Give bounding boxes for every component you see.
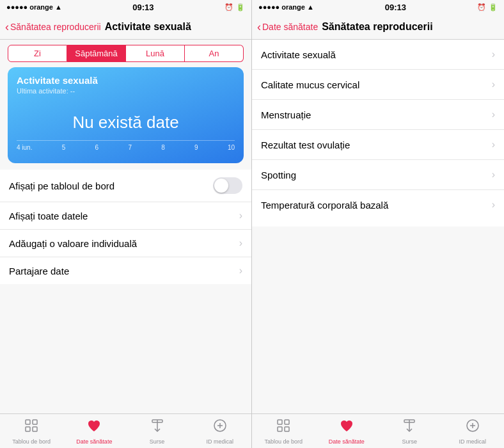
alarm-icon-right: ⏰: [477, 3, 486, 12]
axis-label-3: 7: [128, 144, 132, 151]
list-item-share[interactable]: Partajare date ›: [0, 257, 251, 284]
tab-sources-icon-right: [402, 418, 417, 437]
status-bar-right: ●●●●● orange ▲ 09:13 ⏰ 🔋: [252, 0, 504, 14]
list-item-display-text: Afișați pe tabloul de bord: [9, 180, 114, 191]
tab-dashboard-left[interactable]: Tablou de bord: [0, 414, 63, 448]
wifi-icon-left: ▲: [55, 3, 62, 11]
status-bar-left: ●●●●● orange ▲ 09:13 ⏰ 🔋: [0, 0, 251, 14]
tab-sources-right[interactable]: Surse: [378, 414, 441, 448]
list-item-add-value[interactable]: Adăugați o valoare individuală ›: [0, 230, 251, 257]
chevron-menstruatie: ›: [492, 109, 495, 120]
menu-item-calitate[interactable]: Calitate mucus cervical ›: [252, 70, 504, 100]
chevron-share: ›: [239, 265, 242, 276]
carrier-right: orange: [281, 3, 305, 11]
menu-item-ovulatie-text: Rezultat test ovulație: [261, 140, 350, 150]
chevron-ovulatie: ›: [492, 139, 495, 150]
tab-medical-icon-left: [212, 418, 228, 437]
list-item-all-data[interactable]: Afișați toate datele ›: [0, 202, 251, 230]
chevron-temperatura: ›: [492, 199, 495, 211]
segment-luna[interactable]: Lună: [126, 45, 185, 62]
tab-health-icon-right: [339, 418, 354, 437]
chevron-spotting: ›: [492, 169, 495, 180]
svg-rect-0: [26, 420, 30, 424]
chart-title: Activitate sexuală: [17, 75, 235, 86]
menu-item-ovulatie[interactable]: Rezultat test ovulație ›: [252, 130, 504, 160]
tab-dashboard-label-left: Tablou de bord: [12, 438, 51, 445]
tab-health-label-right: Date sănătate: [329, 438, 365, 445]
menu-item-temperatura-text: Temperatură corporală bazală: [261, 200, 388, 211]
menu-item-menstruatie[interactable]: Menstruație ›: [252, 100, 504, 130]
chevron-add-value: ›: [239, 237, 242, 249]
chart-subtitle: Ultima activitate: --: [17, 87, 235, 95]
menu-item-temperatura[interactable]: Temperatură corporală bazală ›: [252, 190, 504, 220]
back-chevron-right: ‹: [257, 21, 261, 33]
tab-medical-left[interactable]: ID medical: [189, 414, 251, 448]
menu-item-spotting-text: Spotting: [261, 170, 296, 180]
flex-spacer-right: [252, 227, 504, 413]
segment-an[interactable]: An: [185, 45, 244, 62]
axis-label-0: 4 iun.: [17, 144, 32, 151]
status-left: ●●●●● orange ▲: [6, 3, 62, 11]
menu-item-menstruatie-text: Menstruație: [261, 109, 311, 120]
chart-card: Activitate sexuală Ultima activitate: --…: [8, 67, 244, 163]
chevron-all-data: ›: [239, 210, 242, 221]
flex-spacer-left: [0, 284, 251, 413]
back-button-left[interactable]: ‹ Sănătatea reproducerii: [5, 21, 101, 33]
axis-label-1: 5: [62, 144, 66, 151]
svg-rect-3: [33, 427, 37, 431]
menu-item-activitate[interactable]: Activitate sexuală ›: [252, 40, 504, 70]
battery-icon-right: 🔋: [489, 3, 498, 12]
list-section-left: Afișați pe tabloul de bord Afișați toate…: [0, 170, 251, 284]
list-item-all-data-text: Afișați toate datele: [9, 211, 88, 221]
tab-sources-label-left: Surse: [150, 438, 165, 445]
chart-axis: 4 iun. 5 6 7 8 9 10: [17, 140, 235, 151]
right-panel: ●●●●● orange ▲ 09:13 ⏰ 🔋 ‹ Date sănătate…: [252, 0, 504, 448]
tab-bar-right: Tablou de bord Date sănătate Surse: [252, 413, 504, 448]
tab-health-left[interactable]: Date sănătate: [63, 414, 125, 448]
wifi-icon-right: ▲: [307, 3, 314, 11]
axis-label-5: 9: [194, 144, 198, 151]
status-right-right: ⏰ 🔋: [477, 3, 498, 12]
tab-medical-icon-right: [465, 418, 480, 437]
segment-zi[interactable]: Zi: [8, 45, 67, 62]
menu-item-activitate-text: Activitate sexuală: [261, 49, 336, 60]
menu-list-right: Activitate sexuală › Calitate mucus cerv…: [252, 40, 504, 227]
nav-bar-left: ‹ Sănătatea reproducerii Activitate sexu…: [0, 14, 251, 40]
axis-label-4: 8: [161, 144, 165, 151]
back-text-right: Date sănătate: [262, 22, 318, 32]
tab-dashboard-right[interactable]: Tablou de bord: [252, 414, 315, 448]
tab-medical-label-right: ID medical: [459, 438, 486, 445]
carrier-left: orange: [29, 3, 53, 11]
chevron-activitate: ›: [492, 49, 495, 60]
nav-bar-right: ‹ Date sănătate Sănătatea reproducerii: [252, 14, 504, 40]
segment-control: Zi Săptămână Lună An: [0, 40, 251, 67]
svg-rect-11: [285, 420, 289, 424]
tab-health-right[interactable]: Date sănătate: [315, 414, 379, 448]
list-item-share-text: Partajare date: [9, 266, 69, 276]
tab-health-label-left: Date sănătate: [76, 438, 112, 445]
axis-label-2: 6: [95, 144, 99, 151]
chevron-calitate: ›: [492, 79, 495, 90]
tab-health-icon-left: [86, 418, 102, 437]
svg-rect-1: [33, 420, 37, 424]
toggle-thumb: [214, 179, 228, 193]
list-item-display: Afișați pe tabloul de bord: [0, 170, 251, 202]
tab-sources-left[interactable]: Surse: [126, 414, 189, 448]
time-right: 09:13: [385, 3, 406, 12]
tab-medical-label-left: ID medical: [207, 438, 234, 445]
menu-item-calitate-text: Calitate mucus cervical: [261, 79, 359, 90]
tab-medical-right[interactable]: ID medical: [441, 414, 505, 448]
back-button-right[interactable]: ‹ Date sănătate: [257, 21, 318, 33]
display-toggle[interactable]: [213, 177, 242, 194]
tab-sources-icon-left: [150, 418, 165, 437]
svg-rect-10: [278, 420, 282, 424]
tab-sources-label-right: Surse: [402, 438, 417, 445]
back-chevron-left: ‹: [5, 21, 9, 33]
tab-dashboard-label-right: Tablou de bord: [264, 438, 303, 445]
tab-dashboard-icon-right: [276, 418, 291, 437]
segment-saptamana[interactable]: Săptămână: [67, 45, 126, 62]
axis-label-6: 10: [228, 144, 235, 151]
svg-rect-13: [285, 427, 289, 431]
menu-item-spotting[interactable]: Spotting ›: [252, 160, 504, 190]
battery-icon-left: 🔋: [236, 3, 245, 12]
